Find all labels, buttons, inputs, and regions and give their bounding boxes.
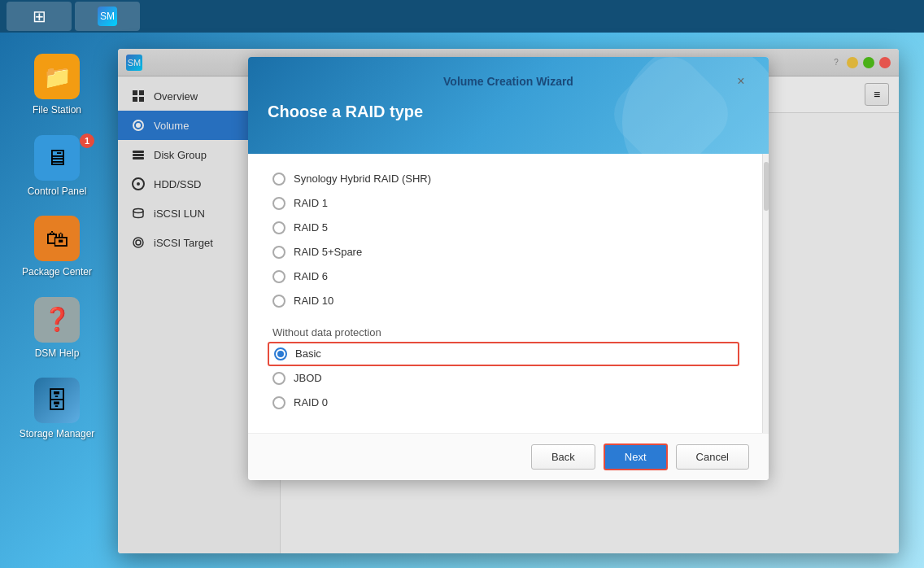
- control-panel-label: Control Panel: [28, 186, 87, 199]
- desktop-sidebar: 📁 File Station 🖥 1 Control Panel 🛍 Packa…: [0, 33, 114, 568]
- back-button[interactable]: Back: [531, 444, 595, 470]
- dialog-heading: Choose a RAID type: [281, 103, 749, 121]
- desktop-icon-storage-manager[interactable]: 🗄 Storage Manager: [8, 373, 106, 446]
- dialog-overlay: Volume Creation Wizard × Choose a RAID t…: [281, 76, 899, 553]
- desktop-icon-package-center[interactable]: 🛍 Package Center: [8, 211, 106, 284]
- taskbar-apps-button[interactable]: ⊞: [7, 2, 72, 31]
- desktop: 📁 File Station 🖥 1 Control Panel 🛍 Packa…: [0, 33, 924, 568]
- window-body: Overview Volume Disk Group: [118, 76, 899, 553]
- dialog-body: Synology Hybrid RAID (SHR) RAID 1: [281, 154, 762, 433]
- file-station-icon: 📁: [34, 54, 80, 99]
- radio-raid5spare-input[interactable]: [281, 246, 285, 259]
- storage-manager-label: Storage Manager: [20, 428, 95, 441]
- radio-raid6-label: RAID 6: [294, 270, 328, 282]
- radio-raid5-label: RAID 5: [294, 221, 328, 234]
- section-label-without-protection: Without data protection: [281, 320, 739, 342]
- storage-manager-window: SM Storage Manager ? − □ × Overview: [118, 49, 899, 553]
- window-main: Create ≡ Volume Creation: [281, 76, 899, 553]
- radio-shr[interactable]: Synology Hybrid RAID (SHR): [281, 167, 739, 191]
- dialog-scrollbar[interactable]: [762, 154, 769, 433]
- radio-raid10[interactable]: RAID 10: [281, 289, 739, 313]
- next-button[interactable]: Next: [604, 443, 668, 470]
- dialog-content-area: Synology Hybrid RAID (SHR) RAID 1: [281, 154, 762, 433]
- dialog-title: Volume Creation Wizard: [428, 76, 588, 88]
- radio-basic[interactable]: Basic: [281, 342, 739, 366]
- radio-raid0[interactable]: RAID 0: [281, 391, 739, 415]
- taskbar: ⊞ SM: [0, 0, 924, 33]
- radio-raid0-input[interactable]: [281, 396, 285, 409]
- radio-shr-input[interactable]: [281, 173, 285, 186]
- dsm-help-icon: ❓: [34, 297, 80, 343]
- apps-grid-icon: ⊞: [33, 7, 46, 26]
- radio-basic-input[interactable]: [281, 347, 287, 360]
- storage-manager-icon: 🗄: [34, 378, 80, 423]
- dialog-header: Volume Creation Wizard × Choose a RAID t…: [281, 76, 769, 154]
- dsm-help-label: DSM Help: [35, 347, 80, 360]
- volume-creation-dialog: Volume Creation Wizard × Choose a RAID t…: [281, 76, 769, 480]
- radio-raid10-input[interactable]: [281, 295, 285, 308]
- radio-jbod[interactable]: JBOD: [281, 366, 739, 391]
- radio-raid1[interactable]: RAID 1: [281, 191, 739, 216]
- radio-raid0-label: RAID 0: [294, 396, 328, 409]
- control-panel-icon: 🖥: [34, 135, 80, 181]
- desktop-icon-control-panel[interactable]: 🖥 1 Control Panel: [8, 130, 106, 203]
- radio-shr-label: Synology Hybrid RAID (SHR): [294, 173, 431, 185]
- control-panel-badge: 1: [80, 133, 94, 148]
- radio-raid10-label: RAID 10: [294, 295, 333, 307]
- desktop-icon-dsm-help[interactable]: ❓ DSM Help: [8, 292, 106, 365]
- storage-app-icon: SM: [98, 7, 117, 26]
- raid-options-group: Synology Hybrid RAID (SHR) RAID 1: [281, 167, 739, 313]
- without-protection-section: Without data protection Basic: [281, 320, 739, 415]
- file-station-label: File Station: [33, 104, 81, 117]
- radio-raid5spare-label: RAID 5+Spare: [294, 246, 362, 258]
- radio-jbod-input[interactable]: [281, 372, 285, 385]
- radio-basic-label: Basic: [295, 347, 321, 360]
- dialog-scrollbar-thumb[interactable]: [764, 162, 769, 211]
- package-center-label: Package Center: [22, 266, 92, 279]
- dialog-header-row: Volume Creation Wizard ×: [281, 76, 749, 90]
- radio-raid1-label: RAID 1: [294, 197, 328, 209]
- cancel-button[interactable]: Cancel: [676, 444, 749, 470]
- radio-raid5[interactable]: RAID 5: [281, 216, 739, 240]
- radio-jbod-label: JBOD: [294, 372, 322, 384]
- dialog-close-button[interactable]: ×: [733, 76, 749, 90]
- radio-raid6-input[interactable]: [281, 270, 285, 283]
- radio-raid5spare[interactable]: RAID 5+Spare: [281, 240, 739, 264]
- dialog-scroll-area: Synology Hybrid RAID (SHR) RAID 1: [281, 154, 769, 433]
- desktop-icon-file-station[interactable]: 📁 File Station: [8, 49, 106, 122]
- dialog-footer: Back Next Cancel: [281, 433, 769, 480]
- package-center-icon: 🛍: [34, 216, 80, 261]
- radio-raid1-input[interactable]: [281, 197, 285, 210]
- no-protection-options-group: Basic JBOD: [281, 342, 739, 415]
- radio-raid5-input[interactable]: [281, 221, 285, 234]
- taskbar-storage-button[interactable]: SM: [75, 2, 140, 31]
- radio-raid6[interactable]: RAID 6: [281, 264, 739, 289]
